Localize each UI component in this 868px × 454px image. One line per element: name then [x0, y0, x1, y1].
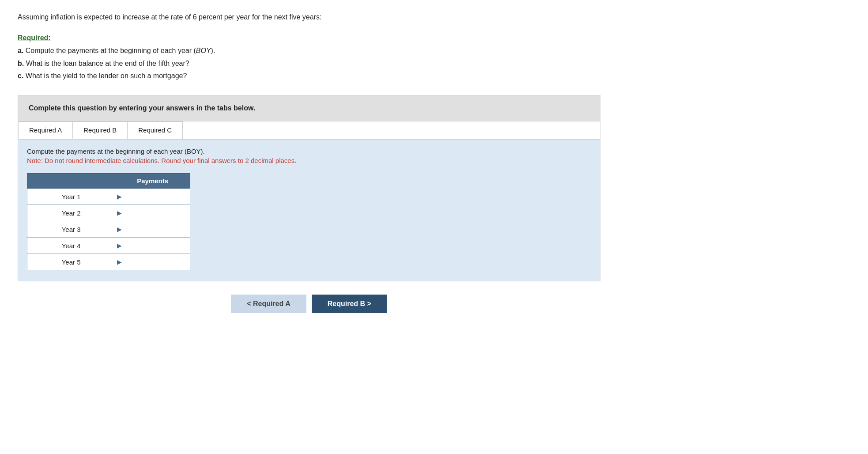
questions-block: Required: a. Compute the payments at the… — [18, 32, 600, 83]
col-header-payments: Payments — [115, 174, 190, 189]
prev-button[interactable]: < Required A — [231, 295, 306, 313]
table-row: Year 2▶ — [27, 205, 190, 221]
question-a-text: Compute the payments at the beginning of… — [26, 47, 215, 54]
intro-text: Assuming inflation is expected to increa… — [18, 13, 600, 21]
tab-note: Note: Do not round intermediate calculat… — [27, 157, 591, 164]
payment-input-year-1[interactable] — [124, 189, 190, 204]
year-label-1: Year 1 — [27, 189, 115, 205]
cell-arrow-3: ▶ — [115, 226, 124, 233]
tab-required-c[interactable]: Required C — [127, 121, 183, 139]
question-a-letter: a. — [18, 47, 23, 54]
col-header-year — [27, 174, 115, 189]
tab-b-label: Required B — [83, 126, 117, 134]
tab-description-text: Compute the payments at the beginning of… — [27, 148, 205, 155]
tabs-container: Required A Required B Required C Compute… — [18, 121, 600, 281]
payment-cell-5[interactable]: ▶ — [115, 254, 190, 270]
tab-a-label: Required A — [29, 126, 62, 134]
cell-arrow-2: ▶ — [115, 209, 124, 216]
instruction-banner-text: Complete this question by entering your … — [29, 104, 255, 112]
year-label-2: Year 2 — [27, 205, 115, 221]
payment-cell-2[interactable]: ▶ — [115, 205, 190, 221]
payment-input-year-5[interactable] — [124, 254, 190, 270]
payment-cell-3[interactable]: ▶ — [115, 221, 190, 238]
instruction-banner: Complete this question by entering your … — [18, 95, 600, 121]
payment-input-year-3[interactable] — [124, 221, 190, 237]
table-row: Year 1▶ — [27, 189, 190, 205]
table-row: Year 3▶ — [27, 221, 190, 238]
next-button[interactable]: Required B > — [312, 295, 387, 313]
question-b-text: What is the loan balance at the end of t… — [26, 60, 189, 67]
payment-cell-4[interactable]: ▶ — [115, 238, 190, 254]
tab-required-b[interactable]: Required B — [72, 121, 128, 139]
year-label-3: Year 3 — [27, 221, 115, 238]
tab-description: Compute the payments at the beginning of… — [27, 148, 591, 155]
question-b-letter: b. — [18, 60, 24, 67]
year-label-4: Year 4 — [27, 238, 115, 254]
cell-arrow-5: ▶ — [115, 258, 124, 265]
tab-content-area: Compute the payments at the beginning of… — [18, 140, 600, 281]
table-row: Year 4▶ — [27, 238, 190, 254]
question-c-letter: c. — [18, 72, 23, 79]
question-c-text: What is the yield to the lender on such … — [26, 72, 187, 79]
payment-input-year-4[interactable] — [124, 238, 190, 253]
year-label-5: Year 5 — [27, 254, 115, 270]
payment-input-year-2[interactable] — [124, 205, 190, 221]
cell-arrow-4: ▶ — [115, 242, 124, 249]
required-label: Required: — [18, 34, 51, 42]
tab-note-text: Note: Do not round intermediate calculat… — [27, 157, 296, 164]
tab-c-label: Required C — [138, 126, 172, 134]
tab-required-a[interactable]: Required A — [18, 121, 73, 139]
payment-cell-1[interactable]: ▶ — [115, 189, 190, 205]
payments-table: Payments Year 1▶Year 2▶Year 3▶Year 4▶Yea… — [27, 173, 190, 270]
tabs-row: Required A Required B Required C — [18, 121, 600, 140]
table-row: Year 5▶ — [27, 254, 190, 270]
nav-buttons: < Required A Required B > — [18, 295, 600, 313]
cell-arrow-1: ▶ — [115, 193, 124, 200]
